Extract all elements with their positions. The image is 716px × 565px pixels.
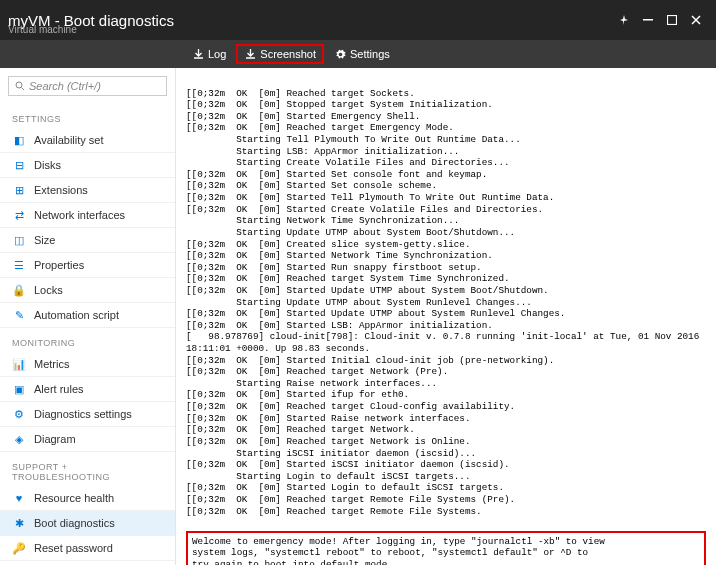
- section-support: SUPPORT + TROUBLESHOOTING: [0, 452, 175, 486]
- screenshot-label: Screenshot: [260, 48, 316, 60]
- sidebar-item-network-interfaces[interactable]: ⇄Network interfaces: [0, 203, 175, 228]
- svg-point-2: [16, 82, 22, 88]
- sidebar-item-diagnostics-settings[interactable]: ⚙Diagnostics settings: [0, 402, 175, 427]
- health-icon: ♥: [12, 491, 26, 505]
- section-settings: SETTINGS: [0, 104, 175, 128]
- close-button[interactable]: [684, 8, 708, 32]
- console-lines: [[0;32m OK [0m] Reached target Sockets. …: [186, 88, 706, 518]
- emergency-message: Welcome to emergency mode! After logging…: [186, 531, 706, 565]
- diagnostics-icon: ⚙: [12, 407, 26, 421]
- network-icon: ⇄: [12, 208, 26, 222]
- sidebar-item-disks[interactable]: ⊟Disks: [0, 153, 175, 178]
- sidebar-item-availability-set[interactable]: ◧Availability set: [0, 128, 175, 153]
- svg-rect-1: [668, 16, 677, 25]
- properties-icon: ☰: [12, 258, 26, 272]
- sidebar-item-extensions[interactable]: ⊞Extensions: [0, 178, 175, 203]
- log-button[interactable]: Log: [184, 44, 234, 64]
- boot-icon: ✱: [12, 516, 26, 530]
- availability-icon: ◧: [12, 133, 26, 147]
- window-subtitle: Virtual machine: [8, 24, 77, 35]
- sidebar-item-automation-script[interactable]: ✎Automation script: [0, 303, 175, 328]
- sidebar-item-resource-health[interactable]: ♥Resource health: [0, 486, 175, 511]
- metrics-icon: 📊: [12, 357, 26, 371]
- search-placeholder: Search (Ctrl+/): [29, 80, 101, 92]
- search-icon: [15, 81, 25, 91]
- sidebar-item-properties[interactable]: ☰Properties: [0, 253, 175, 278]
- console-output: [[0;32m OK [0m] Reached target Sockets. …: [176, 68, 716, 565]
- sidebar-item-diagram[interactable]: ◈Diagram: [0, 427, 175, 452]
- sidebar: Search (Ctrl+/) SETTINGS ◧Availability s…: [0, 68, 176, 565]
- download-icon: [192, 48, 204, 60]
- lock-icon: 🔒: [12, 283, 26, 297]
- sidebar-item-size[interactable]: ◫Size: [0, 228, 175, 253]
- log-label: Log: [208, 48, 226, 60]
- svg-rect-0: [643, 19, 653, 21]
- screenshot-button[interactable]: Screenshot: [236, 44, 324, 64]
- diagram-icon: ◈: [12, 432, 26, 446]
- settings-label: Settings: [350, 48, 390, 60]
- settings-button[interactable]: Settings: [326, 44, 398, 64]
- sidebar-item-locks[interactable]: 🔒Locks: [0, 278, 175, 303]
- sidebar-item-reset-password[interactable]: 🔑Reset password: [0, 536, 175, 561]
- alert-icon: ▣: [12, 382, 26, 396]
- maximize-button[interactable]: [660, 8, 684, 32]
- toolbar: Log Screenshot Settings: [0, 40, 716, 68]
- key-icon: 🔑: [12, 541, 26, 555]
- window-titlebar: myVM - Boot diagnostics Virtual machine: [0, 0, 716, 40]
- minimize-button[interactable]: [636, 8, 660, 32]
- script-icon: ✎: [12, 308, 26, 322]
- sidebar-item-metrics[interactable]: 📊Metrics: [0, 352, 175, 377]
- extensions-icon: ⊞: [12, 183, 26, 197]
- download-icon: [244, 48, 256, 60]
- sidebar-item-redeploy[interactable]: ↻Redeploy: [0, 561, 175, 565]
- sidebar-item-alert-rules[interactable]: ▣Alert rules: [0, 377, 175, 402]
- pin-icon[interactable]: [612, 8, 636, 32]
- gear-icon: [334, 48, 346, 60]
- disks-icon: ⊟: [12, 158, 26, 172]
- section-monitoring: MONITORING: [0, 328, 175, 352]
- size-icon: ◫: [12, 233, 26, 247]
- sidebar-item-boot-diagnostics[interactable]: ✱Boot diagnostics: [0, 511, 175, 536]
- search-input[interactable]: Search (Ctrl+/): [8, 76, 167, 96]
